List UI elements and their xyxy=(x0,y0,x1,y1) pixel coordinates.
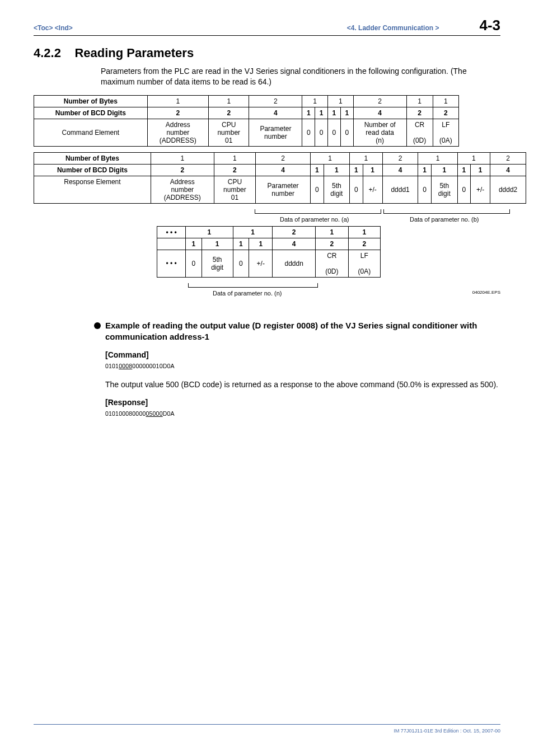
section-intro: Parameters from the PLC are read in the … xyxy=(101,66,500,87)
page-number: 4-3 xyxy=(479,17,500,34)
ellipsis-cell: • • • xyxy=(157,226,186,238)
section-title: Reading Parameters xyxy=(74,46,194,60)
example-title: Example of reading the output value (D r… xyxy=(105,320,500,343)
toc-link[interactable]: <Toc> xyxy=(34,24,53,32)
bracket-label-n: Data of parameter no. (n) xyxy=(213,290,282,297)
page-header: <Toc> <Ind> <4. Ladder Communication > 4… xyxy=(34,17,500,36)
page-footer: IM 77J01J11-01E 3rd Edition : Oct. 15, 2… xyxy=(34,724,500,734)
bracket-label-a: Data of parameter no. (a) xyxy=(280,216,349,223)
response-string: 01010008000005000D0A xyxy=(105,410,500,417)
section-number: 4.2.2 xyxy=(34,46,61,60)
chapter-ref-link[interactable]: <4. Ladder Communication > xyxy=(347,24,439,32)
row-label-cmd-elem: Command Element xyxy=(34,119,148,146)
response-frame-table: Number of Bytes 1 1 2 1 1 2 1 1 2 Number… xyxy=(34,152,526,204)
continuation-frame-table: • • • 1 1 2 1 1 1 1 1 1 4 2 2 • • • 0 5t… xyxy=(157,226,381,278)
row-label-rsp-elem: Response Element xyxy=(34,176,151,203)
command-string: 01010008000000010D0A xyxy=(105,363,500,369)
example-body-text: The output value 500 (BCD code) is retur… xyxy=(105,379,500,390)
bullet-icon xyxy=(94,322,101,329)
row-label-bytes: Number of Bytes xyxy=(34,95,148,107)
row-label-bcd: Number of BCD Digits xyxy=(34,164,151,176)
response-subhead: [Response] xyxy=(105,398,500,407)
row-label-bytes: Number of Bytes xyxy=(34,152,151,164)
command-frame-table: Number of Bytes 1 1 2 1 1 2 1 1 Number o… xyxy=(34,95,459,147)
eps-label: 040204E.EPS xyxy=(472,290,500,295)
ellipsis-cell: • • • xyxy=(157,250,186,277)
section-heading: 4.2.2 Reading Parameters xyxy=(34,46,500,60)
row-label-bcd: Number of BCD Digits xyxy=(34,107,148,119)
command-subhead: [Command] xyxy=(105,350,500,359)
toc-ind-links[interactable]: <Toc> <Ind> xyxy=(34,24,73,32)
bracket-label-b: Data of parameter no. (b) xyxy=(410,216,479,223)
ind-link[interactable]: <Ind> xyxy=(55,24,73,32)
